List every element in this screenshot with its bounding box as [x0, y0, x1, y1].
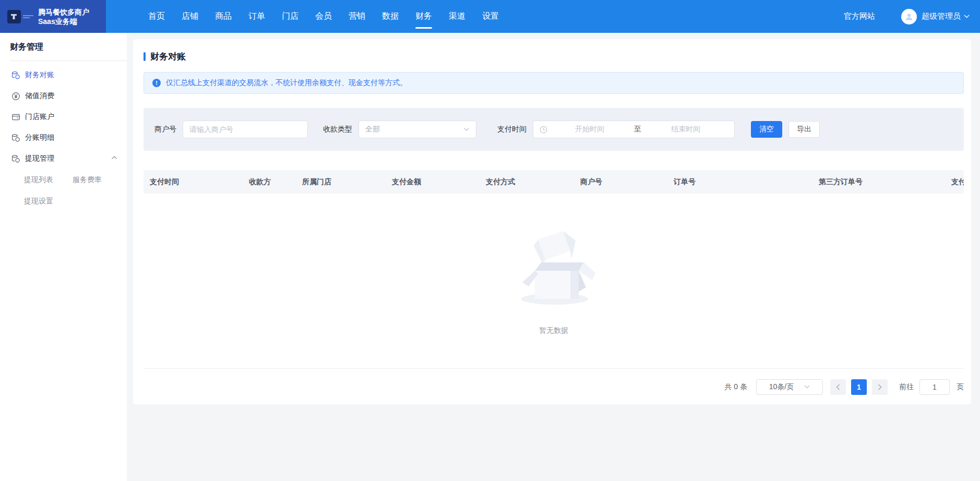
nav-item-data[interactable]: 数据 — [382, 0, 399, 33]
sidebar-item-label: 提现管理 — [25, 154, 54, 163]
start-time-placeholder: 开始时间 — [547, 125, 632, 134]
title-accent-bar — [144, 52, 146, 61]
col-merchant-id: 商户号 — [580, 170, 602, 194]
sidebar-menu: 财务对账 储值消费 门店账户 分账明细 提现管理 提现列表 服务费率 — [0, 61, 127, 212]
clear-button[interactable]: 清空 — [751, 121, 782, 138]
col-amount: 支付金额 — [392, 170, 421, 194]
col-payment-time: 支付时间 — [150, 170, 179, 194]
sidebar-item-store-account[interactable]: 门店账户 — [0, 106, 127, 127]
chevron-down-icon — [964, 15, 970, 18]
topbar-right: 官方网站 超级管理员 — [844, 9, 980, 25]
nav-item-channels[interactable]: 渠道 — [449, 0, 465, 33]
col-store: 所属门店 — [302, 170, 331, 194]
total-count: 共 0 条 — [724, 382, 747, 392]
empty-text: 暂无数据 — [539, 326, 568, 335]
col-third-party-id: 第三方订单号 — [819, 170, 863, 194]
topbar: 腾马餐饮多商户Saas业务端 首页 店铺 商品 订单 门店 会员 营销 数据 财… — [0, 0, 980, 33]
nav-item-settings[interactable]: 设置 — [482, 0, 499, 33]
sidebar-item-reconciliation[interactable]: 财务对账 — [0, 65, 127, 86]
sidebar-item-stored-value[interactable]: 储值消费 — [0, 86, 127, 106]
user-menu[interactable]: 超级管理员 — [922, 11, 970, 21]
goto-label: 前往 — [899, 382, 914, 392]
wallet-icon — [11, 113, 20, 122]
alert-text: 仅汇总线上支付渠道的交易流水，不统计使用余额支付、现金支付等方式。 — [166, 78, 407, 88]
official-website-link[interactable]: 官方网站 — [844, 11, 875, 21]
end-time-placeholder: 结束时间 — [643, 125, 728, 134]
col-payment-clipped: 支付 — [951, 170, 964, 194]
page-title-row: 财务对账 — [144, 51, 964, 62]
sidebar-item-label: 门店账户 — [25, 112, 54, 122]
empty-box-illustration — [512, 227, 595, 306]
pagination: 共 0 条 10条/页 1 前往 页 — [144, 369, 964, 405]
clock-icon — [540, 126, 547, 134]
payment-time-label: 支付时间 — [497, 125, 527, 134]
col-order-id: 订单号 — [674, 170, 696, 194]
coins-icon — [11, 71, 20, 80]
content-panel: 财务对账 ! 仅汇总线上支付渠道的交易流水，不统计使用余额支付、现金支付等方式。… — [133, 39, 971, 404]
user-avatar[interactable] — [901, 9, 917, 25]
range-separator: 至 — [632, 125, 643, 134]
payment-type-select[interactable]: 全部 — [358, 121, 476, 138]
export-button[interactable]: 导出 — [788, 121, 820, 138]
top-nav: 首页 店铺 商品 订单 门店 会员 营销 数据 财务 渠道 设置 — [148, 0, 499, 33]
coins-icon — [11, 154, 20, 163]
page-title: 财务对账 — [150, 51, 186, 63]
prev-page-button[interactable] — [830, 379, 846, 395]
main-area: 财务对账 ! 仅汇总线上支付渠道的交易流水，不统计使用余额支付、现金支付等方式。… — [127, 33, 980, 481]
person-icon — [904, 12, 914, 21]
brand-logo[interactable]: 腾马餐饮多商户Saas业务端 — [0, 0, 106, 33]
sidebar-item-withdraw-management[interactable]: 提现管理 — [0, 148, 127, 169]
payment-type-label: 收款类型 — [323, 125, 352, 134]
info-icon: ! — [152, 79, 161, 87]
username: 超级管理员 — [922, 11, 961, 21]
sidebar: 财务管理 财务对账 储值消费 门店账户 分账明细 提现管理 — [0, 33, 127, 481]
sidebar-item-label: 财务对账 — [25, 70, 54, 80]
nav-item-members[interactable]: 会员 — [315, 0, 332, 33]
nav-item-orders[interactable]: 订单 — [248, 0, 265, 33]
next-page-button[interactable] — [872, 379, 888, 395]
info-alert: ! 仅汇总线上支付渠道的交易流水，不统计使用余额支付、现金支付等方式。 — [144, 72, 964, 94]
col-payment-method: 支付方式 — [486, 170, 515, 194]
nav-item-finance[interactable]: 财务 — [415, 0, 432, 33]
nav-item-stores[interactable]: 门店 — [282, 0, 298, 33]
sidebar-section-title: 财务管理 — [0, 33, 127, 61]
brand-title: 腾马餐饮多商户Saas业务端 — [38, 7, 101, 26]
nav-item-shop[interactable]: 店铺 — [182, 0, 198, 33]
merchant-id-input[interactable] — [183, 121, 308, 138]
chevron-down-icon — [804, 385, 810, 389]
empty-state: 暂无数据 — [144, 194, 964, 368]
chevron-right-icon — [878, 384, 882, 390]
payment-type-value: 全部 — [365, 125, 380, 134]
sidebar-item-split-detail[interactable]: 分账明细 — [0, 127, 127, 148]
sidebar-submenu-row: 提现列表 服务费率 — [0, 169, 127, 190]
current-page-button[interactable]: 1 — [851, 379, 867, 395]
coins-icon — [11, 134, 20, 142]
nav-item-marketing[interactable]: 营销 — [349, 0, 365, 33]
page-size-value: 10条/页 — [769, 382, 794, 392]
merchant-id-label: 商户号 — [154, 125, 176, 134]
sidebar-submenu-row: 提现设置 — [0, 190, 127, 212]
date-range-picker[interactable]: 开始时间 至 结束时间 — [533, 121, 735, 138]
logo-subtext — [23, 14, 33, 19]
sidebar-subitem-withdraw-list[interactable]: 提现列表 — [24, 175, 53, 185]
logo-icon — [7, 10, 21, 23]
goto-page-input[interactable] — [919, 379, 950, 395]
nav-item-home[interactable]: 首页 — [148, 0, 165, 33]
yen-circle-icon — [11, 92, 20, 101]
page-unit-label: 页 — [957, 382, 964, 392]
filter-bar: 商户号 收款类型 全部 支付时间 开始时间 至 结束时间 清空 导出 — [144, 108, 964, 151]
app-screen: 腾马餐饮多商户Saas业务端 首页 店铺 商品 订单 门店 会员 营销 数据 财… — [0, 0, 980, 481]
table-header: 支付时间 收款方 所属门店 支付金额 支付方式 商户号 订单号 第三方订单号 支… — [144, 170, 964, 194]
chevron-left-icon — [836, 384, 840, 390]
sidebar-subitem-withdraw-settings[interactable]: 提现设置 — [24, 197, 53, 206]
chevron-up-icon — [111, 155, 117, 160]
nav-item-goods[interactable]: 商品 — [215, 0, 232, 33]
page-size-select[interactable]: 10条/页 — [756, 379, 823, 395]
sidebar-item-label: 分账明细 — [25, 133, 54, 142]
sidebar-subitem-service-rate[interactable]: 服务费率 — [73, 175, 102, 185]
chevron-down-icon — [463, 127, 470, 131]
sidebar-item-label: 储值消费 — [25, 91, 54, 101]
col-payee: 收款方 — [249, 170, 271, 194]
